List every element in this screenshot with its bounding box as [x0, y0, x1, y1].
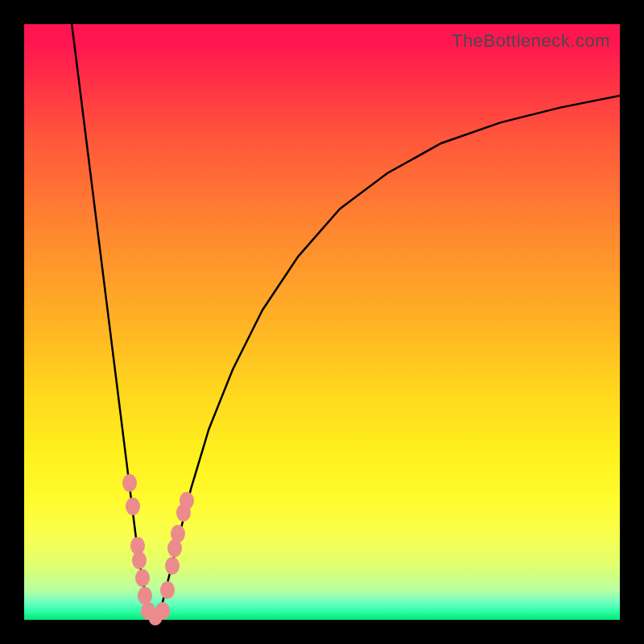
marker-dot — [126, 497, 140, 515]
left-curve-path — [72, 24, 155, 620]
marker-dot — [171, 525, 185, 543]
marker-dot — [135, 569, 150, 587]
marker-dot — [160, 581, 175, 599]
marker-dot — [165, 557, 180, 575]
marker-dot — [122, 474, 137, 492]
curve-svg — [24, 24, 620, 620]
chart-frame: TheBottleneck.com — [0, 0, 644, 644]
right-curve-path — [155, 96, 620, 620]
marker-dot — [132, 551, 147, 569]
marker-dot — [167, 539, 182, 557]
chart-plot-area: TheBottleneck.com — [24, 24, 620, 620]
marker-dot — [155, 602, 170, 620]
marker-dot — [180, 492, 194, 510]
